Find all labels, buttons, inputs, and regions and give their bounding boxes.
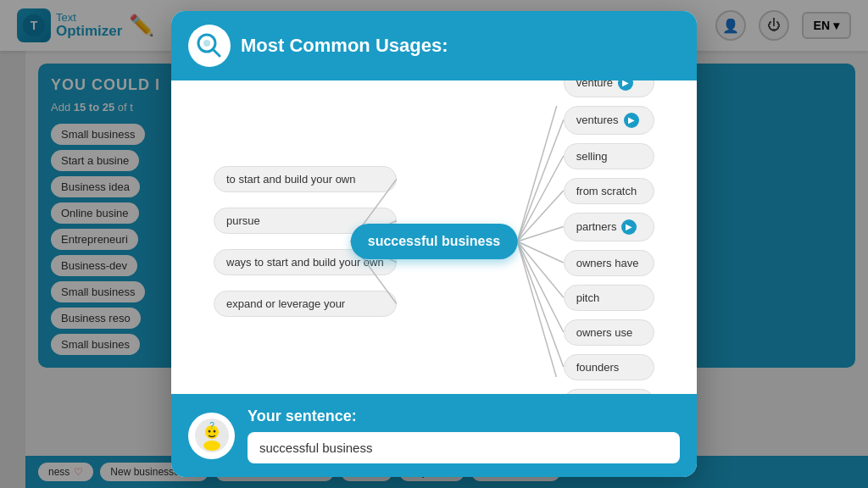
modal-overlay: Most Common Usages: to start and build y… [0, 0, 868, 488]
expand-arrow-icon[interactable]: ▶ [621, 219, 637, 235]
modal: Most Common Usages: to start and build y… [171, 11, 697, 477]
node-label: ventures [576, 114, 619, 126]
graph-container: to start and build your own pursue ways … [197, 106, 671, 377]
node-label: venture [576, 80, 613, 89]
svg-line-11 [517, 156, 563, 241]
svg-line-16 [517, 241, 563, 332]
modal-header: Most Common Usages: [171, 11, 697, 80]
center-node[interactable]: successful business [351, 224, 518, 259]
svg-line-3 [213, 49, 220, 56]
svg-line-15 [517, 241, 563, 297]
modal-body: to start and build your own pursue ways … [171, 80, 697, 394]
graph-node-right-8[interactable]: owners use [564, 319, 654, 346]
graph-node-left-1[interactable]: to start and build your own [214, 166, 397, 192]
svg-text:?: ? [209, 421, 214, 430]
footer-content: Your sentence: [248, 408, 680, 463]
svg-line-9 [517, 106, 563, 241]
modal-footer: ? Your sentence: [171, 394, 697, 477]
sentence-input[interactable] [248, 432, 680, 463]
graph-node-right-9[interactable]: founders [564, 354, 654, 380]
modal-title: Most Common Usages: [241, 35, 448, 57]
footer-thinking-icon: ? [188, 413, 235, 459]
expand-arrow-icon[interactable]: ▶ [624, 113, 639, 128]
svg-line-14 [517, 241, 563, 263]
svg-point-4 [203, 40, 210, 47]
svg-line-18 [517, 241, 563, 377]
svg-line-10 [517, 120, 563, 242]
graph-node-right-1[interactable]: venture ▶ [564, 80, 654, 97]
right-nodes: venture ▶ ventures ▶ selling from scratc… [564, 106, 654, 377]
graph-node-right-4[interactable]: from scratch [564, 178, 654, 204]
graph-node-right-7[interactable]: pitch [564, 285, 654, 311]
footer-label: Your sentence: [248, 408, 680, 425]
graph-node-left-4[interactable]: expand or leverage your [214, 291, 397, 317]
svg-point-21 [203, 441, 220, 451]
graph-node-right-10[interactable]: owners make [564, 389, 654, 395]
modal-header-icon [188, 25, 231, 67]
graph-node-right-5[interactable]: partners ▶ [564, 213, 654, 241]
svg-line-12 [517, 191, 563, 241]
svg-line-13 [517, 227, 563, 242]
graph-node-right-2[interactable]: ventures ▶ [564, 106, 654, 135]
svg-line-17 [517, 241, 563, 367]
expand-arrow-icon[interactable]: ▶ [618, 80, 633, 91]
graph-node-right-6[interactable]: owners have [564, 250, 654, 276]
node-label: partners [576, 220, 617, 233]
graph-node-right-3[interactable]: selling [564, 143, 654, 169]
